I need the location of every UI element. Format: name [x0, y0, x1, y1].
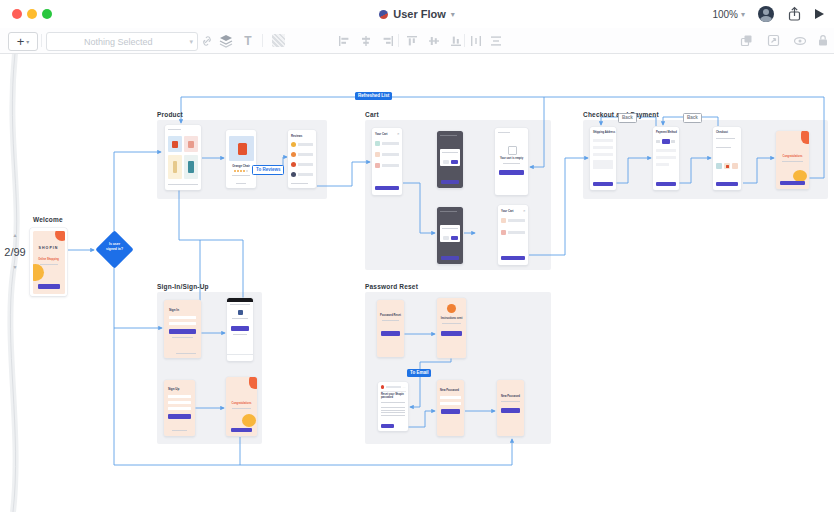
screen-checkout-summary[interactable]: Checkout	[713, 127, 741, 190]
reviews-title: Reviews	[291, 134, 302, 138]
screen-payment-method[interactable]: Payment Method	[653, 127, 679, 190]
visibility-eye-icon[interactable]	[792, 33, 808, 48]
scale-icon[interactable]	[765, 33, 781, 48]
screen-product-feed[interactable]	[165, 125, 201, 190]
layers-icon[interactable]	[218, 33, 234, 48]
cart-item-row	[375, 163, 399, 168]
screen-instructions-sent[interactable]: Instructions sent	[437, 298, 466, 358]
cart-item-row	[375, 152, 399, 157]
page-navigator: ▲ 2/99 ▼	[2, 228, 28, 274]
align-bottom-icon[interactable]	[448, 33, 464, 48]
insert-button[interactable]: + ▾	[8, 32, 38, 51]
screen-order-congratulations[interactable]: Congratulations	[776, 131, 809, 189]
canvas[interactable]: ▲ 2/99 ▼ Welcome Product Cart Checkout a…	[0, 53, 834, 512]
product-tile-1	[168, 136, 182, 152]
text-lines	[503, 163, 520, 166]
dimmed-button	[441, 180, 459, 185]
instructions-title: Instructions sent	[437, 317, 466, 320]
link-symbol-button[interactable]	[199, 33, 215, 48]
lock-icon[interactable]	[815, 33, 831, 48]
text-tool-button[interactable]: T	[240, 33, 256, 48]
flow-badge-back-1[interactable]: Back	[618, 113, 637, 123]
titlebar: User Flow ▾ 100% ▾	[0, 0, 834, 29]
cart-title: Your Cart	[375, 132, 388, 136]
style-fill-icon[interactable]	[270, 33, 286, 48]
orange-blob	[447, 304, 456, 313]
screen-cart-modal-2[interactable]	[437, 207, 463, 264]
screen-new-password-confirm[interactable]: New Password	[497, 380, 524, 436]
confirm-mini-button	[451, 236, 458, 240]
flow-badge-back-2[interactable]: Back	[683, 113, 702, 123]
distribute-horizontal-icon[interactable]	[468, 33, 484, 48]
yellow-blob	[242, 414, 256, 427]
cart-item-row	[501, 218, 525, 223]
screen-cart-empty[interactable]: Your cart is empty	[495, 128, 528, 195]
empty-cart-text: Your cart is empty	[495, 157, 528, 160]
avatar[interactable]	[758, 6, 774, 22]
screen-new-password[interactable]: New Password	[437, 380, 464, 436]
screen-password-reset[interactable]: Password Reset	[377, 300, 404, 357]
screen-cart-updated[interactable]: Your Cart ✕	[498, 205, 528, 265]
dimmed-content	[440, 211, 457, 215]
orange-blob	[249, 377, 257, 389]
continue-button	[656, 182, 676, 187]
screen-cart[interactable]: Your Cart ✕	[372, 128, 402, 195]
screen-sign-up[interactable]: Sign Up	[164, 380, 195, 436]
text-lines	[501, 401, 520, 405]
align-top-icon[interactable]	[404, 33, 420, 48]
divider	[398, 34, 399, 47]
align-middle-vertical-icon[interactable]	[426, 33, 442, 48]
selection-status-field[interactable]: Nothing Selected ▾	[46, 32, 198, 51]
align-center-horizontal-icon[interactable]	[358, 33, 374, 48]
screen-reviews[interactable]: Reviews	[288, 130, 316, 188]
hatch-pattern	[272, 34, 285, 47]
brand-tagline: Online Shopping	[33, 258, 65, 261]
product-tile-3	[168, 155, 182, 179]
distribute-vertical-icon[interactable]	[488, 33, 504, 48]
text-tool-glyph: T	[244, 34, 251, 48]
close-icon: ✕	[397, 132, 400, 136]
screen-shipping-address[interactable]: Shipping Address	[590, 127, 616, 190]
pwreset-title: Password Reset	[377, 314, 404, 317]
text-lines	[782, 161, 803, 165]
yellow-blob	[33, 264, 44, 281]
welcome-inner: SHOPIN Online Shopping	[33, 231, 65, 294]
cart-item-row	[501, 230, 525, 235]
screen-product-detail[interactable]: Orange Chair	[226, 130, 256, 188]
align-left-icon[interactable]	[336, 33, 352, 48]
cart-title: Your Cart	[501, 209, 514, 213]
duplicate-icon[interactable]	[738, 33, 754, 48]
previous-page-button[interactable]: ▲	[2, 232, 28, 238]
dimmed-content	[440, 135, 457, 139]
screen-signup-congratulations[interactable]: Congratulations	[226, 377, 257, 436]
decision-diamond-label: Is user signed in?	[95, 242, 134, 252]
cancel-mini-button	[443, 160, 449, 164]
text-lines	[442, 323, 461, 328]
flow-badge-to-email[interactable]: To Email	[407, 369, 431, 377]
hero-image	[229, 136, 254, 161]
orange-blob	[801, 131, 809, 144]
next-page-button[interactable]: ▼	[2, 264, 28, 270]
text-lines	[232, 318, 248, 322]
screen-social-auth[interactable]	[227, 298, 253, 361]
plus-icon: +	[17, 35, 25, 48]
share-icon[interactable]	[787, 6, 802, 22]
open-email-button	[441, 331, 462, 336]
group-label-password-reset: Password Reset	[365, 283, 418, 290]
flow-badge-to-reviews[interactable]: To Reviews	[252, 165, 284, 175]
play-prototype-button[interactable]	[815, 9, 824, 19]
document-title-area[interactable]: User Flow ▾	[0, 0, 834, 28]
text-lines	[232, 175, 250, 178]
title-caret-icon[interactable]: ▾	[451, 10, 455, 19]
flow-badge-refreshed-list[interactable]: Refreshed List	[355, 92, 392, 100]
group-label-product: Product	[157, 111, 183, 118]
screen-email[interactable]: ⋯ Reset your Shopin password	[378, 382, 408, 431]
insert-caret-icon: ▾	[26, 38, 29, 45]
screen-sign-in[interactable]: Sign In	[164, 300, 201, 358]
screen-welcome[interactable]: SHOPIN Online Shopping	[30, 228, 67, 296]
screen-cart-modal[interactable]	[437, 131, 463, 188]
zoom-level-control[interactable]: 100% ▾	[712, 9, 745, 20]
align-right-icon[interactable]	[380, 33, 396, 48]
continue-button	[593, 182, 613, 187]
url-bar	[230, 304, 250, 307]
